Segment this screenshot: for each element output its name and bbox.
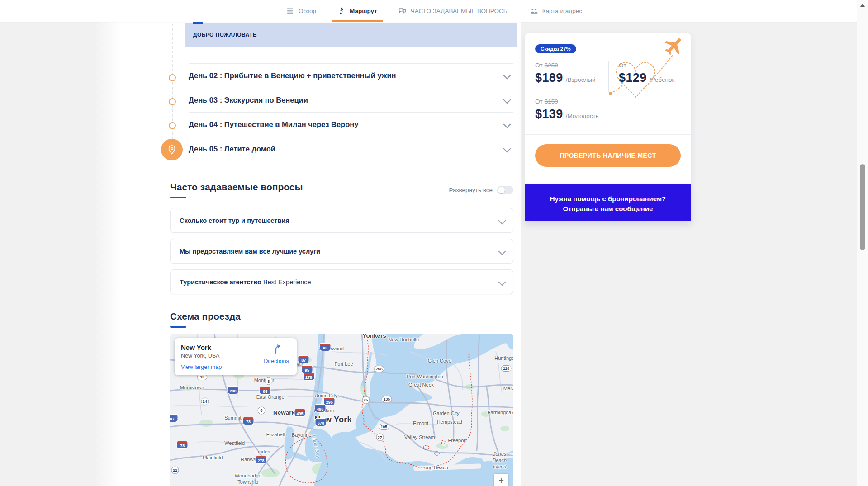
- expand-all-row: Развернуть все: [423, 186, 513, 194]
- price-prefix: От: [619, 62, 626, 69]
- tab-label: Обзор: [299, 8, 316, 14]
- map-label: Fort Lee: [335, 361, 353, 367]
- map-label: Farmingdale: [488, 410, 513, 415]
- highway-shield: 24: [201, 397, 209, 405]
- faq-title-underline: [170, 197, 186, 198]
- highway-shield: 280: [228, 387, 238, 394]
- price-unit: /Ребёнок: [650, 76, 675, 83]
- highway-shield: 678: [316, 419, 326, 426]
- old-price: $159: [545, 98, 558, 105]
- highway-shield: 87: [299, 356, 309, 363]
- list-icon: [286, 7, 294, 15]
- itinerary-list: День 02 : Прибытие в Венецию + приветств…: [189, 63, 513, 161]
- highway-shield: 95: [320, 344, 331, 351]
- tab-faq[interactable]: ЧАСТО ЗАДАВАЕМЫЕ ВОПРОСЫ: [398, 0, 509, 22]
- timeline-dot: [169, 74, 176, 81]
- directions-label: Directions: [261, 358, 292, 364]
- price-unit: /Взрослый: [566, 76, 596, 83]
- day-title: День 05 : Летите домой: [189, 145, 275, 153]
- cta-section: ПРОВЕРИТЬ НАЛИЧИЕ МЕСТ: [525, 134, 691, 135]
- highway-shield: 27: [376, 434, 384, 441]
- price-value: $129: [619, 71, 647, 85]
- day-row-03[interactable]: День 03 : Экскурсия по Венеции: [189, 88, 513, 112]
- map-label: New Rochelle: [388, 337, 419, 342]
- day-row-05[interactable]: День 05 : Летите домой: [189, 137, 513, 161]
- map-label: East Orange: [256, 394, 285, 400]
- faq-item-1[interactable]: Сколько стоит тур и путешествия: [170, 208, 513, 233]
- price-block-adult: От$259 $189/Взрослый: [535, 61, 596, 85]
- chevron-down-icon: [498, 217, 506, 225]
- day-title: День 03 : Экскурсия по Венеции: [189, 96, 308, 104]
- tab-label: ЧАСТО ЗАДАВАЕМЫЕ ВОПРОСЫ: [411, 8, 509, 14]
- price-value: $139: [535, 107, 563, 121]
- toggle-knob: [498, 187, 505, 193]
- highway-shield: 495: [315, 405, 325, 412]
- location-pin-icon: [167, 145, 177, 155]
- nav-tabs: Обзор Маршрут ЧАСТО ЗАДАВАЕМЫЕ ВОПРОСЫ К…: [0, 0, 868, 22]
- map-zoom-in-button[interactable]: +: [494, 474, 508, 486]
- price-value: $189: [535, 71, 563, 85]
- highway-shield: 25A: [374, 366, 384, 372]
- timeline-dot: [169, 122, 176, 129]
- highway-shield: 78: [177, 441, 188, 448]
- day-title: День 02 : Прибытие в Венецию + приветств…: [189, 71, 396, 80]
- map-label: Freeport: [448, 438, 467, 443]
- map-label: Newark: [273, 409, 295, 415]
- directions-button[interactable]: Directions: [261, 344, 292, 364]
- scrollbar-up-arrow[interactable]: [860, 4, 865, 7]
- map-label: Hempstead: [437, 419, 462, 425]
- map-label: Long Beach: [422, 465, 448, 470]
- faq-section-title: Часто задаваемые вопросы: [170, 182, 303, 193]
- scrollbar-thumb[interactable]: [860, 164, 865, 250]
- highway-shield: 495: [294, 409, 305, 416]
- airplane-icon: [659, 31, 689, 62]
- highway-shield: 87: [170, 415, 177, 422]
- tab-label: Карта и адрес: [542, 8, 582, 14]
- map-label: Plainfield: [203, 455, 223, 460]
- chevron-down-icon: [503, 145, 511, 153]
- day-row-02[interactable]: День 02 : Прибытие в Венецию + приветств…: [189, 63, 513, 88]
- google-map[interactable]: YonkersNew RochelleEnglewoodFort LeeGlen…: [170, 334, 513, 486]
- price-divider: [608, 61, 609, 92]
- content-sheet-fade: [94, 0, 121, 486]
- day-row-04[interactable]: День 04 : Путешествие в Милан через Веро…: [189, 112, 513, 137]
- view-larger-map-link[interactable]: View larger map: [181, 364, 290, 370]
- chat-icon: [398, 7, 407, 15]
- map-title-underline: [170, 326, 186, 328]
- day-title: День 04 : Путешествие в Милан через Веро…: [189, 120, 358, 129]
- page: Обзор Маршрут ЧАСТО ЗАДАВАЕМЫЕ ВОПРОСЫ К…: [0, 0, 868, 486]
- expand-all-toggle[interactable]: [497, 186, 513, 194]
- faq-item-3[interactable]: Туристическое агентство Best Experience: [170, 269, 513, 294]
- map-label: Woodbridge Township: [235, 473, 261, 486]
- highway-shield: 278: [256, 456, 266, 463]
- map-label: Linden: [255, 449, 270, 454]
- map-label: Great Neck: [408, 382, 434, 387]
- map-label: Huntington: [494, 355, 513, 361]
- check-availability-button[interactable]: ПРОВЕРИТЬ НАЛИЧИЕ МЕСТ: [535, 144, 681, 167]
- send-message-link[interactable]: Отправьте нам сообщение: [563, 205, 653, 212]
- map-label: Summit: [224, 415, 241, 420]
- scrollbar[interactable]: [857, 0, 868, 486]
- highway-shield: 295: [324, 398, 335, 405]
- map-label: Glen Cove: [428, 358, 451, 363]
- tab-map-address[interactable]: Карта и адрес: [530, 0, 582, 22]
- map-label: Melville: [503, 386, 513, 391]
- faq-question: Сколько стоит тур и путешествия: [180, 217, 289, 224]
- map-label: Elizabeth: [266, 432, 287, 437]
- chevron-down-icon: [503, 96, 511, 104]
- discount-badge: Скидка 27%: [535, 44, 576, 53]
- map-label: Jones Beach Island: [493, 452, 507, 470]
- map-label: Garden City: [433, 411, 460, 416]
- highway-shield: 105: [379, 424, 389, 430]
- tab-overview[interactable]: Обзор: [286, 0, 316, 22]
- booking-help-banner: Нужна помощь с бронированием? Отправьте …: [525, 184, 691, 221]
- faq-item-2[interactable]: Мы предоставляем вам все лучшие услуги: [170, 239, 513, 264]
- help-banner-text: Нужна помощь с бронированием?: [525, 195, 691, 203]
- chevron-down-icon: [503, 72, 511, 80]
- tab-route[interactable]: Маршрут: [337, 0, 377, 22]
- map-label: Westfield: [224, 440, 245, 446]
- highway-shield: 95: [302, 366, 312, 373]
- highway-shield: 25: [362, 396, 370, 404]
- faq-question: Туристическое агентство Best Experience: [180, 278, 311, 286]
- welcome-banner: ДОБРО ПОЖАЛОВАТЬ: [185, 23, 517, 47]
